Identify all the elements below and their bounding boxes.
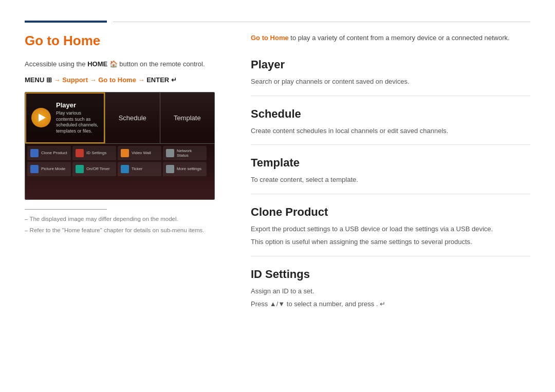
screen-icon-onoff: On/Off Timer <box>72 162 116 176</box>
divider-4 <box>251 256 530 256</box>
video-label: Video Wall <box>132 151 151 155</box>
screen-icon-picture: Picture Mode <box>27 162 71 176</box>
screen-icon-ticker: Ticker <box>118 162 161 176</box>
onoff-icon-sq <box>76 165 84 173</box>
video-icon-sq <box>121 149 129 157</box>
section-desc-id-2: Press ▲/▼ to select a number, and press … <box>251 299 530 310</box>
onoff-label: On/Off Timer <box>86 166 110 171</box>
right-intro: Go to Home to play a variety of content … <box>251 33 530 44</box>
home-bold: HOME <box>87 60 107 68</box>
more-label: More settings <box>177 166 201 171</box>
screenshot-box: Player Play various contents such as sch… <box>25 92 215 200</box>
divider-2 <box>251 144 530 145</box>
footnote-1: – The displayed image may differ dependi… <box>25 215 230 223</box>
left-column: Go to Home Accessible using the HOME 🏠 b… <box>25 33 230 311</box>
id-icon-sq <box>76 149 84 157</box>
section-title-id: ID Settings <box>251 268 530 281</box>
screen-player-item: Player Play various contents such as sch… <box>25 92 105 143</box>
play-triangle <box>39 114 46 122</box>
more-icon-sq <box>166 165 174 173</box>
blue-bar <box>25 21 107 23</box>
ticker-label: Ticker <box>132 166 142 171</box>
right-intro-rest: to play a variety of content from a memo… <box>289 34 510 42</box>
section-desc-clone-1: Export the product settings to a USB dev… <box>251 224 530 235</box>
section-title-schedule: Schedule <box>251 107 530 121</box>
page-title: Go to Home <box>25 33 230 49</box>
section-desc-template: To create content, select a template. <box>251 175 530 185</box>
divider-1 <box>251 96 530 96</box>
section-desc-id-1: Assign an ID to a set. <box>251 286 530 297</box>
screen-icon-network: Network Status <box>163 146 207 160</box>
screen-bottom-row: Clone Product ID Settings Video Wall Net… <box>25 144 214 178</box>
enter-label: ENTER <box>146 76 169 84</box>
screen-icon-id: ID Settings <box>72 146 116 160</box>
network-icon-sq <box>166 149 174 157</box>
picture-label: Picture Mode <box>41 166 65 171</box>
player-name: Player <box>56 101 99 109</box>
arrow2: → <box>90 76 97 84</box>
intro-text-after: button on the remote control. <box>118 60 205 68</box>
section-title-clone: Clone Product <box>251 206 530 219</box>
screen-icon-video: Video Wall <box>118 146 161 160</box>
clone-label: Clone Product <box>41 151 67 155</box>
enter-icon-inline: ↵ <box>380 300 385 308</box>
section-title-template: Template <box>251 156 530 170</box>
right-column: Go to Home to play a variety of content … <box>251 33 530 311</box>
intro-icon: 🏠 <box>107 60 118 68</box>
screen-schedule-item: Schedule <box>105 92 160 143</box>
arrow3: → <box>138 76 145 84</box>
footnote-2: – Refer to the "Home feature" chapter fo… <box>25 226 230 235</box>
section-desc-schedule: Create content schedules in local channe… <box>251 126 530 137</box>
section-title-player: Player <box>251 58 530 71</box>
top-divider <box>0 21 555 23</box>
divider-3 <box>251 194 530 194</box>
goto-link: Go to Home <box>98 76 136 84</box>
network-label: Network Status <box>177 148 203 158</box>
clone-icon-sq <box>30 149 39 157</box>
screen-icon-clone: Clone Product <box>27 146 71 160</box>
divider-line <box>113 22 530 22</box>
play-icon <box>31 108 51 127</box>
player-text: Player Play various contents such as sch… <box>56 101 99 135</box>
picture-icon-sq <box>30 165 39 173</box>
screen-template-item: Template <box>160 92 215 143</box>
menu-icon: ⊞ <box>46 76 54 84</box>
ticker-icon-sq <box>121 165 129 173</box>
arrow1: → <box>54 76 61 84</box>
intro-text-before: Accessible using the <box>25 60 87 68</box>
player-desc: Play various contents such as scheduled … <box>56 110 99 135</box>
enter-icon: ↵ <box>171 76 177 84</box>
menu-path: MENU ⊞ → Support → Go to Home → ENTER ↵ <box>25 76 230 84</box>
footnote-divider <box>25 209 107 210</box>
menu-label: MENU <box>25 76 44 84</box>
intro-paragraph: Accessible using the HOME 🏠 button on th… <box>25 59 230 70</box>
id-label: ID Settings <box>86 151 106 155</box>
content-wrapper: Go to Home Accessible using the HOME 🏠 b… <box>0 33 555 311</box>
screen-icon-more: More settings <box>163 162 207 176</box>
support-link: Support <box>62 76 88 84</box>
right-intro-link: Go to Home <box>251 34 289 42</box>
screen-top-row: Player Play various contents such as sch… <box>25 92 214 144</box>
section-desc-player: Search or play channels or content saved… <box>251 77 530 87</box>
section-desc-clone-2: This option is useful when assigning the… <box>251 237 530 248</box>
